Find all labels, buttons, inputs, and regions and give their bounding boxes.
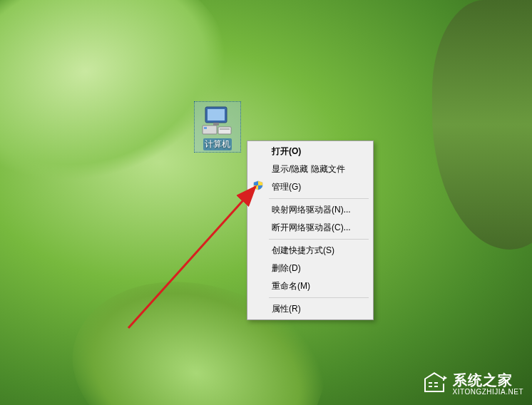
svg-rect-5 xyxy=(218,127,231,134)
svg-marker-13 xyxy=(444,376,447,380)
svg-rect-6 xyxy=(220,128,230,130)
menu-separator xyxy=(269,198,369,199)
menu-item-label: 显示/隐藏 隐藏文件 xyxy=(272,164,345,174)
desktop-background: 计算机 打开(O) 显示/隐藏 隐藏文件 xyxy=(0,0,532,405)
menu-item-manage[interactable]: 管理(G) xyxy=(269,178,372,196)
svg-rect-9 xyxy=(429,382,432,384)
uac-shield-icon xyxy=(253,180,263,190)
menu-item-label: 重命名(M) xyxy=(272,281,310,291)
svg-rect-2 xyxy=(213,123,219,125)
menu-item-properties[interactable]: 属性(R) xyxy=(269,300,372,318)
menu-separator xyxy=(269,297,369,298)
context-menu: 打开(O) 显示/隐藏 隐藏文件 管理(G) xyxy=(247,140,374,320)
menu-item-label: 断开网络驱动器(C)... xyxy=(272,222,351,232)
menu-item-map-drive[interactable]: 映射网络驱动器(N)... xyxy=(269,201,372,219)
menu-item-label: 属性(R) xyxy=(272,304,301,314)
menu-item-toggle-hidden[interactable]: 显示/隐藏 隐藏文件 xyxy=(269,160,372,178)
svg-rect-11 xyxy=(429,386,432,387)
menu-item-label: 管理(G) xyxy=(272,182,301,192)
watermark-logo-icon xyxy=(420,369,449,398)
menu-item-create-shortcut[interactable]: 创建快捷方式(S) xyxy=(269,242,372,260)
menu-separator xyxy=(269,239,369,240)
svg-rect-3 xyxy=(203,125,217,134)
watermark-title: 系统之家 xyxy=(453,372,524,388)
menu-item-disconnect-drive[interactable]: 断开网络驱动器(C)... xyxy=(269,219,372,237)
desktop-icon-label: 计算机 xyxy=(203,138,232,150)
menu-item-label: 打开(O) xyxy=(272,146,301,156)
computer-icon xyxy=(200,103,235,137)
watermark-url: XITONGZHIJIA.NET xyxy=(453,388,524,396)
svg-rect-1 xyxy=(208,109,225,121)
svg-rect-4 xyxy=(204,127,207,129)
wallpaper-leaf xyxy=(432,0,532,250)
menu-item-rename[interactable]: 重命名(M) xyxy=(269,277,372,295)
menu-item-label: 创建快捷方式(S) xyxy=(272,245,334,255)
menu-item-label: 映射网络驱动器(N)... xyxy=(272,205,351,215)
menu-item-label: 删除(D) xyxy=(272,263,301,273)
desktop-icon-computer[interactable]: 计算机 xyxy=(194,101,241,153)
svg-rect-12 xyxy=(434,386,438,387)
svg-rect-10 xyxy=(434,382,438,384)
watermark: 系统之家 XITONGZHIJIA.NET xyxy=(420,369,524,398)
menu-item-open[interactable]: 打开(O) xyxy=(269,143,372,160)
menu-item-delete[interactable]: 删除(D) xyxy=(269,260,372,277)
